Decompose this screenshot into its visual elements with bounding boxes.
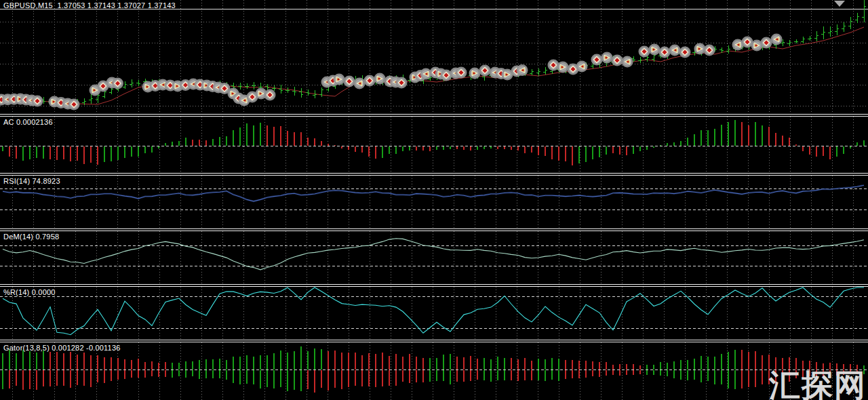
rsi-indicator-canvas bbox=[0, 176, 868, 228]
site-watermark: 汇探网 bbox=[769, 367, 867, 400]
panel-divider[interactable] bbox=[0, 173, 868, 176]
demarker-indicator-canvas bbox=[0, 231, 868, 284]
price-chart-title: GBPUSD,M15 1.37053 1.37143 1.37027 1.371… bbox=[3, 1, 176, 9]
ac-indicator-panel[interactable]: AC 0.0002136 bbox=[0, 117, 868, 173]
williams-percent-r-canvas bbox=[0, 287, 868, 340]
ac-indicator-canvas bbox=[0, 117, 868, 173]
demarker-indicator-panel[interactable]: DeM(14) 0.7958 bbox=[0, 231, 868, 284]
panel-divider[interactable] bbox=[0, 284, 868, 287]
ac-indicator-label: AC 0.0002136 bbox=[3, 118, 53, 126]
demarker-indicator-label: DeM(14) 0.7958 bbox=[3, 233, 59, 241]
rsi-indicator-label: RSI(14) 74.8923 bbox=[3, 177, 60, 185]
chart-shift-triangle-icon bbox=[834, 1, 845, 7]
rsi-indicator-panel[interactable]: RSI(14) 74.8923 bbox=[0, 176, 868, 228]
price-chart-canvas bbox=[0, 0, 868, 114]
panel-divider[interactable] bbox=[0, 228, 868, 231]
panel-divider[interactable] bbox=[0, 114, 868, 117]
trading-terminal-window: GBPUSD,M15 1.37053 1.37143 1.37027 1.371… bbox=[0, 0, 868, 400]
gator-indicator-canvas bbox=[0, 342, 868, 400]
price-chart-panel[interactable]: GBPUSD,M15 1.37053 1.37143 1.37027 1.371… bbox=[0, 0, 868, 114]
gator-indicator-label: Gator(13,8,5) 0.001282 -0.001136 bbox=[3, 344, 121, 352]
panel-divider[interactable] bbox=[0, 340, 868, 342]
williams-percent-r-panel[interactable]: %R(14) 0.0000 bbox=[0, 287, 868, 340]
williams-percent-r-label: %R(14) 0.0000 bbox=[3, 288, 56, 296]
gator-indicator-panel[interactable]: Gator(13,8,5) 0.001282 -0.001136 bbox=[0, 342, 868, 400]
